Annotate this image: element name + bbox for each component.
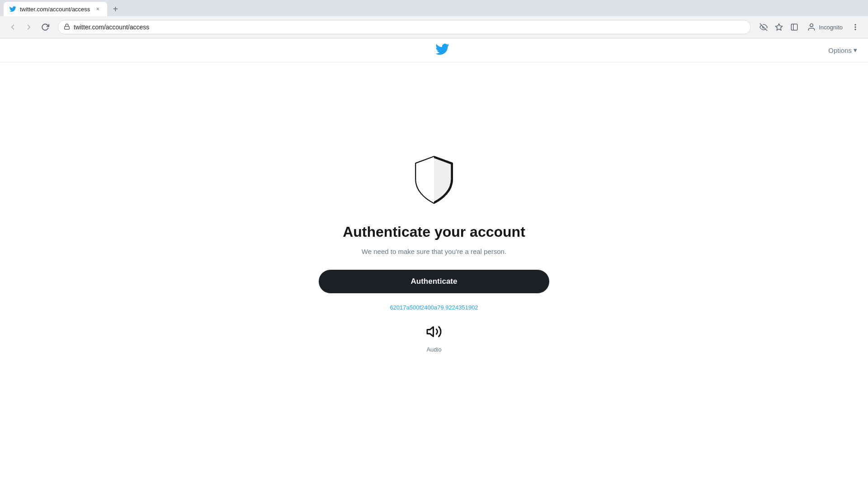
shield-icon [407, 153, 461, 209]
tab-close-button[interactable]: × [94, 5, 102, 13]
options-arrow-icon: ▾ [854, 46, 857, 54]
token-text: 62017a500f2400a79.9224351902 [390, 304, 478, 311]
browser-chrome: twitter.com/account/access × + [0, 0, 868, 38]
svg-point-6 [855, 24, 856, 25]
audio-section[interactable]: Audio [426, 324, 442, 353]
menu-button[interactable] [848, 20, 863, 34]
authenticate-button[interactable]: Authenticate [319, 270, 549, 293]
audio-label: Audio [426, 346, 441, 353]
new-tab-button[interactable]: + [109, 3, 122, 15]
forward-button[interactable] [22, 20, 36, 34]
address-text: twitter.com/account/access [74, 23, 745, 31]
back-button[interactable] [5, 20, 20, 34]
main-content: Authenticate your account We need to mak… [319, 62, 549, 470]
svg-rect-0 [65, 26, 70, 29]
options-label: Options [828, 47, 852, 54]
tab-favicon-icon [9, 5, 16, 13]
eye-off-button[interactable] [756, 20, 771, 34]
svg-rect-3 [791, 24, 797, 30]
options-menu-button[interactable]: Options ▾ [828, 46, 857, 54]
page-content: Options ▾ Authenticate your account We n… [0, 38, 868, 470]
audio-icon [426, 324, 442, 343]
incognito-button[interactable]: Incognito [802, 21, 847, 33]
twitter-logo[interactable] [435, 42, 449, 58]
svg-marker-2 [776, 24, 783, 30]
browser-toolbar: twitter.com/account/access [0, 16, 868, 38]
active-tab[interactable]: twitter.com/account/access × [4, 2, 107, 16]
sidebar-button[interactable] [787, 20, 802, 34]
lock-icon [64, 23, 70, 31]
page-top-bar: Options ▾ [0, 38, 868, 62]
address-bar[interactable]: twitter.com/account/access [58, 20, 751, 34]
tab-title-text: twitter.com/account/access [20, 6, 90, 13]
reload-button[interactable] [38, 20, 52, 34]
svg-point-8 [855, 29, 856, 30]
toolbar-right-actions: Incognito [756, 20, 863, 34]
tab-bar: twitter.com/account/access × + [0, 0, 868, 16]
svg-point-7 [855, 27, 856, 28]
svg-point-5 [810, 24, 813, 27]
page-subtitle: We need to make sure that you're a real … [362, 248, 506, 255]
svg-marker-10 [427, 327, 434, 336]
incognito-label: Incognito [819, 24, 843, 31]
bookmark-button[interactable] [772, 20, 786, 34]
page-title: Authenticate your account [343, 224, 525, 240]
